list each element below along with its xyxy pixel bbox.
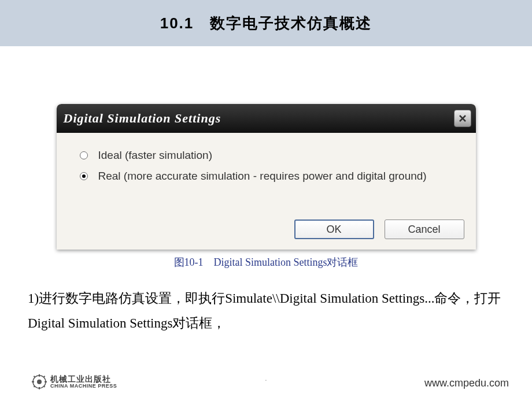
dialog-footer: OK Cancel xyxy=(57,202,476,250)
svg-rect-2 xyxy=(39,387,40,389)
content-area: Digital Simulation Settings Ideal (faste… xyxy=(0,46,532,336)
close-icon xyxy=(458,114,467,123)
dialog-titlebar: Digital Simulation Settings xyxy=(57,104,476,133)
figure-caption: 图10-1 Digital Simulation Settings对话框 xyxy=(23,255,509,269)
publisher-logo: 机械工业出版社 CHINA MACHINE PRESS xyxy=(32,374,117,389)
header-bar: 10.1 数字电子技术仿真概述 xyxy=(0,0,532,46)
svg-point-9 xyxy=(37,380,42,384)
radio-icon xyxy=(80,172,88,180)
radio-icon xyxy=(80,151,88,159)
radio-selected-icon xyxy=(82,174,86,178)
svg-rect-8 xyxy=(34,385,36,388)
cancel-button[interactable]: Cancel xyxy=(385,220,464,239)
close-button[interactable] xyxy=(454,110,471,127)
svg-rect-4 xyxy=(45,381,47,382)
dialog-window: Digital Simulation Settings Ideal (faste… xyxy=(57,104,476,250)
dialog-body: Ideal (faster simulation) Real (more acc… xyxy=(57,133,476,202)
body-paragraph: 1)进行数字电路仿真设置，即执行Simulate\\Digital Simula… xyxy=(23,287,509,336)
ok-button[interactable]: OK xyxy=(294,220,374,239)
radio-option-ideal[interactable]: Ideal (faster simulation) xyxy=(80,149,453,162)
svg-rect-1 xyxy=(39,374,40,377)
publisher-name-cn: 机械工业出版社 xyxy=(50,375,117,384)
dialog-title: Digital Simulation Settings xyxy=(64,111,221,126)
gear-icon xyxy=(32,374,47,389)
footer-url: www.cmpedu.com xyxy=(424,377,509,389)
radio-label-ideal: Ideal (faster simulation) xyxy=(98,149,212,162)
svg-rect-3 xyxy=(32,381,34,382)
publisher-text: 机械工业出版社 CHINA MACHINE PRESS xyxy=(50,375,117,389)
radio-option-real[interactable]: Real (more accurate simulation - require… xyxy=(80,170,453,183)
svg-rect-6 xyxy=(43,385,46,388)
page-title: 10.1 数字电子技术仿真概述 xyxy=(160,13,372,34)
radio-label-real: Real (more accurate simulation - require… xyxy=(98,170,427,183)
page-center-mark: . xyxy=(265,375,267,382)
publisher-name-en: CHINA MACHINE PRESS xyxy=(50,384,117,389)
